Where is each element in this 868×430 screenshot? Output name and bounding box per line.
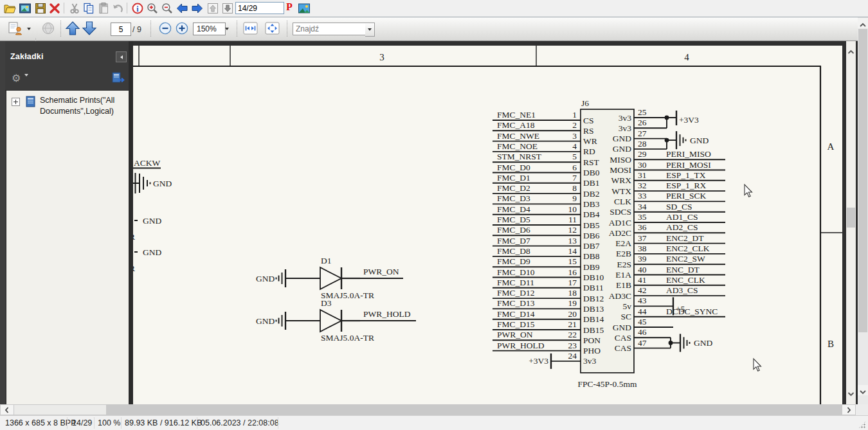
zoom-in-icon[interactable] xyxy=(145,1,159,15)
pin-number: 25 xyxy=(638,107,647,117)
sidebar-options-row: ⚙ xyxy=(5,68,129,91)
scroll-down-icon[interactable] xyxy=(858,385,868,395)
window-horizontal-scrollbar[interactable] xyxy=(0,404,856,415)
file-index-input[interactable] xyxy=(235,2,284,14)
pin-function: DB13 xyxy=(583,304,604,314)
pin-number: 45 xyxy=(638,317,647,327)
scroll-right-icon[interactable] xyxy=(842,405,855,415)
fit-page-button[interactable] xyxy=(264,20,281,37)
options-caret-icon[interactable] xyxy=(24,76,28,85)
pin-number: 10 xyxy=(568,204,577,214)
zoom-caret-icon[interactable] xyxy=(222,22,231,35)
share-icon[interactable] xyxy=(5,20,26,38)
paste-icon[interactable] xyxy=(96,1,111,15)
pin-function: MOSI xyxy=(610,165,631,175)
previous-page-icon[interactable] xyxy=(64,20,81,37)
pin-number: 30 xyxy=(638,160,647,170)
previous-image-icon[interactable] xyxy=(175,1,189,15)
delete-icon[interactable] xyxy=(48,1,62,15)
gnd-label: GND xyxy=(690,136,709,145)
toolbar-separator xyxy=(237,21,238,37)
zoom-level-value: 150% xyxy=(197,24,217,33)
expand-plus-icon[interactable] xyxy=(12,98,20,106)
pin-function: DB11 xyxy=(583,283,604,292)
designator-label: D3 xyxy=(321,298,332,308)
options-gear-icon[interactable]: ⚙ xyxy=(12,72,21,84)
pin-number: 35 xyxy=(638,212,647,222)
cut-icon[interactable] xyxy=(68,1,82,15)
pin-function: E1B xyxy=(616,280,631,290)
find-input[interactable] xyxy=(293,22,368,35)
pin-function: DB1 xyxy=(583,178,600,188)
pin-number: 39 xyxy=(638,254,647,264)
pin-function: WTX xyxy=(611,186,631,196)
next-page-icon[interactable] xyxy=(81,20,98,37)
pin-function: E1A xyxy=(615,270,631,280)
pdf-vertical-scrollbar[interactable] xyxy=(846,41,856,404)
info-icon[interactable]: i xyxy=(131,1,145,15)
window-vertical-scrollbar[interactable] xyxy=(858,17,868,404)
pin-number: 37 xyxy=(638,233,647,243)
open-folder-icon[interactable] xyxy=(3,1,17,15)
toolbar-separator xyxy=(150,21,152,37)
net-label: DCDC_SYNC xyxy=(666,307,718,316)
page-down-icon[interactable] xyxy=(221,1,235,15)
pin-function: WRX xyxy=(611,175,632,185)
pdf-toolbar: / 9 150% xyxy=(0,17,858,41)
pin-function: CS xyxy=(583,116,594,125)
sidebar-collapse-button[interactable] xyxy=(116,51,127,62)
fit-width-button[interactable] xyxy=(242,20,259,37)
net-label: ENC2_CLK xyxy=(666,244,710,253)
sidebar-edge xyxy=(129,41,133,404)
pin-number: 13 xyxy=(568,236,577,246)
net-label: FMC_D6 xyxy=(497,225,530,235)
net-label: ACKW xyxy=(134,158,161,168)
scroll-down-icon[interactable] xyxy=(846,390,856,399)
scroll-up-icon[interactable] xyxy=(846,48,856,57)
image-icon[interactable] xyxy=(297,1,311,15)
pin-number: 6 xyxy=(572,163,577,172)
scroll-left-icon[interactable] xyxy=(1,405,14,415)
zoom-level-box[interactable]: 150% xyxy=(193,22,226,35)
resize-grip[interactable] xyxy=(858,421,866,429)
scrollbar-thumb[interactable] xyxy=(14,405,106,415)
net-label: FMC_NWE xyxy=(497,131,539,141)
share-caret-icon[interactable] xyxy=(27,28,31,30)
net-label: FMC_D11 xyxy=(497,278,534,287)
net-label: ENC2_DT xyxy=(666,233,704,243)
thumbnails-icon[interactable] xyxy=(18,1,32,15)
pin-function: GND xyxy=(613,144,631,154)
net-label: FMC_A18 xyxy=(497,120,535,130)
net-label: PWR_HOLD xyxy=(363,309,411,319)
net-label: SD_CS xyxy=(666,202,692,211)
page-number-input[interactable] xyxy=(111,22,131,36)
pin-number: 11 xyxy=(568,215,577,224)
zoom-out-icon[interactable] xyxy=(160,1,174,15)
find-caret-icon[interactable] xyxy=(365,22,375,37)
scrollbar-thumb[interactable] xyxy=(858,29,867,332)
net-label: FMC_D12 xyxy=(497,288,535,298)
save-icon[interactable] xyxy=(33,1,48,15)
pin-number: 34 xyxy=(638,202,647,211)
status-bar: 1366 x 685 x 8 BPP 14/29 100 % 89.93 KB … xyxy=(0,415,868,430)
undo-icon[interactable] xyxy=(111,1,125,15)
pin-number: 27 xyxy=(638,129,647,138)
pin-function: AD2C xyxy=(609,228,631,238)
next-image-icon[interactable] xyxy=(190,1,204,15)
status-image-info: 1366 x 685 x 8 BPP xyxy=(5,418,77,427)
zoom-in-button[interactable] xyxy=(174,20,190,37)
pin-number: 33 xyxy=(638,191,647,201)
pin-number: 31 xyxy=(638,170,647,180)
pin-number: 23 xyxy=(568,341,577,350)
column-label: 3 xyxy=(379,52,384,62)
scrollbar-thumb[interactable] xyxy=(847,208,855,228)
scroll-up-icon[interactable] xyxy=(858,18,868,28)
power-label: +3V3 xyxy=(529,356,548,366)
goto-bookmark-icon[interactable] xyxy=(111,71,126,87)
pin-function: SC xyxy=(620,312,631,321)
page-up-icon[interactable] xyxy=(206,1,220,15)
net-label: FMC_D2 xyxy=(497,183,530,193)
zoom-out-button[interactable] xyxy=(157,20,174,37)
copy-icon[interactable] xyxy=(82,1,96,15)
pin-number: 36 xyxy=(638,222,647,232)
